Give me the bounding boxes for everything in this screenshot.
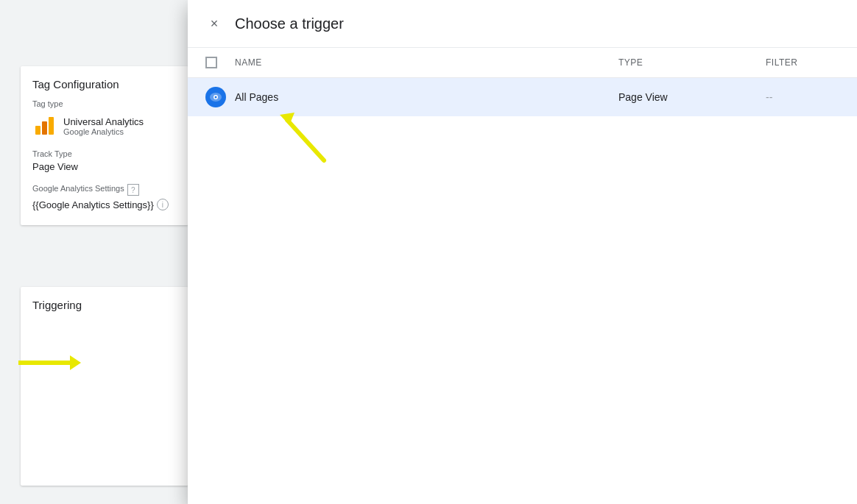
modal-close-button[interactable]: × (205, 15, 223, 32)
settings-value: {{Google Analytics Settings}} (32, 199, 154, 210)
triggering-title: Triggering (32, 299, 177, 311)
modal-title: Choose a trigger (235, 15, 344, 32)
svg-rect-2 (49, 117, 54, 135)
row-icon-cell (205, 87, 235, 107)
modal-header: × Choose a trigger (188, 0, 857, 48)
row-name: All Pages (235, 91, 618, 103)
row-filter: -- (766, 91, 839, 103)
help-icon[interactable]: ? (127, 184, 139, 196)
tag-type-label: Tag type (32, 99, 177, 108)
tag-config-card: Tag Configuration Tag type Universal Ana… (21, 66, 188, 225)
tag-name-group: Universal Analytics Google Analytics (63, 116, 144, 136)
tag-type-row: Universal Analytics Google Analytics (32, 114, 177, 138)
col-name-header: Name (235, 57, 618, 68)
table-row[interactable]: All Pages Page View -- (188, 78, 857, 116)
tag-name: Universal Analytics (63, 116, 144, 127)
col-type-header: Type (618, 57, 766, 68)
modal-overlay: × Choose a trigger Name Type Filter (188, 0, 857, 504)
settings-row: Google Analytics Settings ? (32, 184, 177, 196)
header-checkbox-cell (205, 57, 235, 68)
track-type-label: Track Type (32, 149, 177, 158)
modal-content: Name Type Filter All Pages Page View -- (188, 48, 857, 504)
svg-rect-0 (35, 126, 40, 135)
triggering-card: Triggering (21, 287, 188, 486)
analytics-icon (32, 114, 56, 138)
track-type-value: Page View (32, 161, 177, 172)
settings-label: Google Analytics Settings (32, 184, 124, 193)
svg-rect-1 (42, 121, 47, 135)
svg-point-7 (215, 96, 217, 99)
tag-config-title: Tag Configuration (32, 78, 177, 90)
info-icon[interactable]: i (157, 199, 169, 210)
settings-value-row: {{Google Analytics Settings}} i (32, 199, 177, 210)
eye-icon (205, 87, 226, 107)
tag-subtitle: Google Analytics (63, 127, 144, 136)
row-type: Page View (618, 91, 766, 103)
table-header: Name Type Filter (188, 48, 857, 78)
select-all-checkbox[interactable] (205, 57, 217, 68)
col-filter-header: Filter (766, 57, 839, 68)
